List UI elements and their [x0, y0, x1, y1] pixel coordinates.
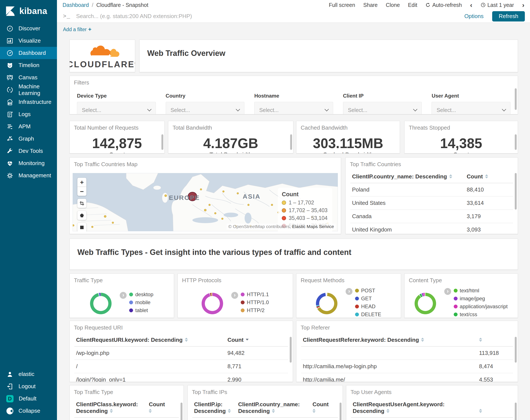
sidebar-item-apm[interactable]: APM [0, 120, 57, 133]
legend-item[interactable]: mobile [129, 300, 153, 305]
sidebar-item-management[interactable]: Management [0, 169, 57, 182]
user-agent-select[interactable]: Select... [432, 102, 510, 114]
legend-item[interactable]: DELETE [355, 312, 381, 317]
legend-item[interactable]: HTTP/1.0 [241, 300, 269, 305]
legend-item[interactable]: GET [355, 296, 381, 301]
column-header-country[interactable]: ClientIP.country_name: Descending [238, 401, 312, 414]
panel-scrollbar[interactable] [515, 173, 517, 210]
sidebar-item-user[interactable]: elastic [0, 368, 57, 380]
panel-scrollbar[interactable] [515, 337, 517, 363]
table-row[interactable]: /login/?login_only=12,990 [74, 373, 288, 382]
column-header-count[interactable]: Count [227, 337, 286, 343]
legend-item[interactable]: desktop [129, 291, 153, 298]
legend-expand-icon[interactable] [231, 292, 238, 299]
sidebar-item-space-default[interactable]: D Default [0, 392, 57, 405]
table-row[interactable]: United Kingdom3,093 [350, 223, 513, 234]
column-header-ip-class[interactable]: ClientIPClass.keyword: Descending [76, 401, 149, 414]
legend-item[interactable]: HEAD [355, 303, 381, 310]
sidebar-item-infrastructure[interactable]: Infrastructure [0, 96, 57, 108]
legend-item[interactable]: image/jpeg [454, 296, 508, 301]
legend-item[interactable]: tablet [129, 307, 153, 313]
column-header-count[interactable]: Count [149, 401, 177, 414]
map-zoom-in-button[interactable]: + [77, 178, 86, 187]
column-header-country[interactable]: ClientIP.country_name: Descending [352, 173, 467, 180]
panel-scrollbar[interactable] [339, 403, 341, 420]
panel-scrollbar[interactable] [180, 403, 182, 420]
kibana-logo[interactable]: kibana [0, 0, 57, 22]
legend-item[interactable]: text/html [454, 288, 508, 294]
column-header-count[interactable]: Count [467, 173, 511, 180]
traffic-type-donut-chart[interactable] [90, 293, 112, 314]
table-row[interactable]: /8,771 [74, 360, 288, 373]
column-header-count[interactable] [479, 408, 511, 414]
sidebar-item-timelion[interactable]: Timelion [0, 59, 57, 71]
full-screen-button[interactable]: Full screen [329, 2, 355, 8]
sidebar-item-logout[interactable]: Logout [0, 380, 57, 392]
table-row[interactable]: 113,918 [301, 346, 513, 360]
table-row[interactable]: noRecord117,802 [74, 418, 179, 420]
column-header-count[interactable] [479, 337, 511, 343]
table-row[interactable]: Canada3,179 [350, 210, 513, 223]
edit-button[interactable]: Edit [408, 2, 417, 8]
panel-scrollbar[interactable] [290, 337, 292, 363]
column-header-count[interactable]: Count [312, 401, 336, 414]
legend-item[interactable]: HTTP/2 [241, 307, 269, 313]
sidebar-item-logs[interactable]: Logs [0, 108, 57, 120]
add-filter-link[interactable]: Add a filter [63, 26, 91, 33]
table-row[interactable]: http://camilia.me/wp-login.php8,474 [301, 360, 513, 373]
panel-scrollbar[interactable] [290, 134, 292, 150]
refresh-button[interactable]: Refresh [492, 11, 525, 21]
sidebar-item-canvas[interactable]: Canvas [0, 71, 57, 84]
auto-refresh-button[interactable]: Auto-refresh [425, 2, 462, 8]
panel-scrollbar[interactable] [515, 134, 517, 150]
sidebar-item-dashboard[interactable]: Dashboard [0, 47, 57, 59]
map-zoom-out-button[interactable]: − [77, 187, 86, 196]
hostname-select[interactable]: Select... [254, 102, 333, 114]
client-ip-select[interactable]: Select... [343, 102, 422, 114]
country-select[interactable]: Select... [166, 102, 245, 114]
sidebar-item-discover[interactable]: Discover [0, 22, 57, 35]
share-button[interactable]: Share [363, 2, 378, 8]
sidebar-item-dev-tools[interactable]: Dev Tools [0, 145, 57, 157]
table-row[interactable]: http://camilia.me/4,553 [301, 373, 513, 382]
table-row[interactable]: Poland88,410 [350, 183, 513, 196]
world-map[interactable]: EUROPE ASIA + − [73, 173, 338, 231]
panel-scrollbar[interactable] [515, 403, 517, 420]
table-row[interactable]: /wp-login.php94,482 [74, 346, 288, 360]
sidebar-item-machine-learning[interactable]: Machine Learning [0, 84, 57, 96]
time-back-chevron[interactable]: ‹ [470, 1, 472, 8]
column-header-referer[interactable]: ClientRequestReferer.keyword: Descending [303, 337, 479, 343]
column-header-ip[interactable]: ClientIP.ip: Descending [194, 401, 238, 414]
column-header-uri[interactable]: ClientRequestURI.keyword: Descending [76, 337, 227, 343]
map-polygon-tool-button[interactable] [77, 211, 86, 220]
sidebar-item-collapse[interactable]: Collapse [0, 405, 57, 417]
sidebar-item-graph[interactable]: Graph [0, 133, 57, 145]
http-protocols-donut-chart[interactable] [202, 293, 223, 314]
panel-scrollbar[interactable] [515, 88, 517, 110]
legend-expand-icon[interactable] [120, 292, 127, 299]
legend-expand-icon[interactable] [346, 288, 353, 295]
breadcrumb-dashboard-link[interactable]: Dashboard [62, 2, 89, 8]
panel-scrollbar[interactable] [162, 134, 163, 150]
time-forward-chevron[interactable]: › [522, 1, 524, 8]
sidebar-item-monitoring[interactable]: Monitoring [0, 157, 57, 169]
options-link[interactable]: Options [464, 13, 484, 20]
map-rectangle-tool-button[interactable] [77, 223, 86, 231]
legend-item[interactable]: application/javascript [454, 303, 508, 310]
legend-expand-icon[interactable] [444, 288, 451, 295]
table-row[interactable]: 185.234.218.33 Poland 48,474 [192, 418, 338, 420]
clone-button[interactable]: Clone [386, 2, 400, 8]
column-header-user-agent[interactable]: ClientRequestUserAgent.keyword: Descendi… [353, 401, 479, 414]
request-methods-donut-chart[interactable] [316, 293, 338, 314]
content-type-donut-chart[interactable] [415, 293, 436, 314]
search-input[interactable] [76, 13, 460, 20]
device-type-select[interactable]: Select... [77, 102, 156, 114]
legend-item[interactable]: HTTP/1.1 [241, 291, 269, 298]
legend-item[interactable]: POST [355, 288, 381, 294]
table-row[interactable]: United States33,614 [350, 196, 513, 210]
map-fit-bounds-button[interactable] [77, 199, 86, 208]
sidebar-item-visualize[interactable]: Visualize [0, 35, 57, 47]
legend-item[interactable]: text/css [454, 312, 508, 317]
time-range-picker[interactable]: Last 1 year [481, 2, 514, 8]
table-row[interactable]: Mozilla/5.0 (Windows NT 6.1; WOW64; rv:1… [351, 418, 513, 420]
